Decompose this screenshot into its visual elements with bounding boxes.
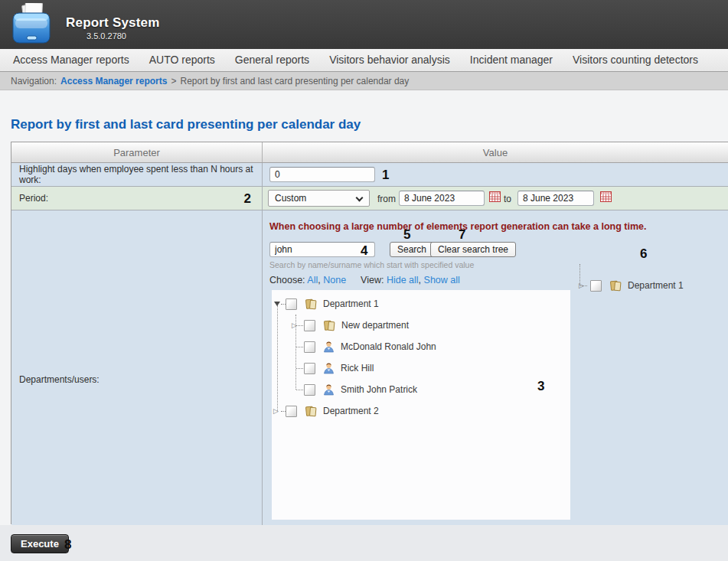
checkbox[interactable] xyxy=(304,320,315,331)
tree-node-mcdonald-ronald-john[interactable]: McDonald Ronald John xyxy=(272,336,570,357)
menu-item-auto-reports[interactable]: AUTO reports xyxy=(139,49,225,71)
checkbox[interactable] xyxy=(590,280,602,292)
search-button[interactable]: Search xyxy=(390,242,434,257)
annotation-1: 1 xyxy=(382,168,389,181)
table-header-row: Parameter Value xyxy=(11,142,728,163)
tree-node-rick-hill[interactable]: Rick Hill xyxy=(272,357,570,379)
tree-node-label: Department 1 xyxy=(323,298,379,309)
search-input[interactable] xyxy=(269,242,375,257)
annotation-4: 4 xyxy=(361,244,367,257)
expander-open-icon[interactable] xyxy=(273,302,286,306)
choose-all-link[interactable]: All xyxy=(307,275,318,285)
checkbox[interactable] xyxy=(304,363,315,374)
tree-node-label: McDonald Ronald John xyxy=(341,341,436,352)
breadcrumb: Navigation: Access Manager reports > Rep… xyxy=(0,72,728,90)
search-result-tree: ▷ Department 1 xyxy=(576,275,726,296)
tree-node-label: Smith John Patrick xyxy=(341,384,417,395)
tree-node-department-1[interactable]: Department 1 xyxy=(272,293,570,315)
menu-item-visitors-counting-detectors[interactable]: Visitors counting detectors xyxy=(563,49,708,71)
breadcrumb-current: Report by first and last card presenting… xyxy=(180,76,409,86)
user-icon xyxy=(322,362,335,374)
main-menu: Access Manager reports AUTO reports Gene… xyxy=(0,49,728,72)
execute-button[interactable]: Execute xyxy=(11,534,69,553)
annotation-5: 5 xyxy=(403,228,410,241)
annotation-3: 3 xyxy=(537,380,544,393)
report-box-icon xyxy=(8,3,55,46)
user-icon xyxy=(322,383,335,396)
choose-view-line: Choose: All, None View: Hide all, Show a… xyxy=(269,275,460,285)
annotation-6: 6 xyxy=(640,247,647,260)
menu-item-visitors-behavior-analysis[interactable]: Visitors behavior analysis xyxy=(319,49,460,71)
choose-none-link[interactable]: None xyxy=(323,275,346,285)
clear-search-tree-button[interactable]: Clear search tree xyxy=(430,242,516,257)
expander-closed-icon[interactable]: ▷ xyxy=(292,321,304,329)
footer-bar: Execute 8 xyxy=(0,525,728,561)
period-select-value: Custom xyxy=(275,193,306,204)
row-departments-users: Departments/users: When choosing a large… xyxy=(11,210,728,548)
breadcrumb-separator: > xyxy=(171,76,176,86)
date-from-input[interactable] xyxy=(399,191,485,206)
app-title: Report System xyxy=(66,15,160,31)
report-system-app: Report System 3.5.0.2780 Access Manager … xyxy=(0,0,728,561)
tree-connector xyxy=(579,264,580,285)
view-label: View: xyxy=(361,275,384,285)
view-show-all-link[interactable]: Show all xyxy=(424,275,460,285)
tree-node-label: New department xyxy=(341,320,409,331)
row-highlight-hours: Highlight days when employee spent less … xyxy=(11,163,728,187)
tree-node-label: Department 1 xyxy=(628,280,684,291)
calendar-icon[interactable] xyxy=(600,191,612,202)
departments-tree-panel: Department 1 ▷ xyxy=(272,290,570,520)
page-content: Report by first and last card presenting… xyxy=(0,91,728,561)
folder-icon xyxy=(304,298,318,310)
folder-icon xyxy=(304,405,318,417)
menu-item-incident-manager[interactable]: Incident manager xyxy=(460,49,563,71)
tree-node-department-1-result[interactable]: ▷ Department 1 xyxy=(576,275,726,296)
choose-label: Choose: xyxy=(269,275,305,285)
checkbox[interactable] xyxy=(304,341,315,353)
user-icon xyxy=(322,341,335,353)
tree-connector xyxy=(580,285,587,286)
search-helper-text: Search by name/surname which start with … xyxy=(269,260,474,269)
period-label: Period: xyxy=(19,193,48,204)
chevron-down-icon xyxy=(356,194,364,202)
annotation-8: 8 xyxy=(64,538,71,551)
row-period: Period: 2 Custom from xyxy=(11,187,728,210)
period-select[interactable]: Custom xyxy=(268,190,370,207)
folder-icon xyxy=(322,319,336,331)
checkbox[interactable] xyxy=(286,406,297,417)
expander-closed-icon[interactable]: ▷ xyxy=(273,407,286,415)
date-to-input[interactable] xyxy=(517,191,594,206)
tree-node-label: Rick Hill xyxy=(341,363,374,373)
column-header-parameter: Parameter xyxy=(11,142,263,162)
folder-icon xyxy=(609,279,622,292)
checkbox[interactable] xyxy=(304,384,315,396)
breadcrumb-link-access-manager-reports[interactable]: Access Manager reports xyxy=(60,76,167,86)
breadcrumb-prefix: Navigation: xyxy=(11,76,57,86)
checkbox[interactable] xyxy=(286,298,297,310)
hours-input[interactable] xyxy=(269,167,375,182)
annotation-7: 7 xyxy=(459,228,465,241)
column-header-value: Value xyxy=(263,142,728,162)
tree-node-department-2[interactable]: ▷ Department 2 xyxy=(272,400,570,422)
parameters-table: Parameter Value Highlight days when empl… xyxy=(11,142,728,524)
tree-node-label: Department 2 xyxy=(323,406,379,416)
app-header: Report System 3.5.0.2780 xyxy=(0,0,728,49)
page-title: Report by first and last card presenting… xyxy=(11,117,361,132)
tree-node-new-department[interactable]: ▷ New department xyxy=(272,315,570,336)
from-label: from xyxy=(377,194,396,204)
departments-users-label: Departments/users: xyxy=(11,210,263,548)
annotation-2: 2 xyxy=(244,192,251,205)
to-label: to xyxy=(504,194,511,204)
menu-item-access-manager-reports[interactable]: Access Manager reports xyxy=(3,49,139,71)
tree-node-smith-john-patrick[interactable]: Smith John Patrick xyxy=(272,379,570,400)
view-hide-all-link[interactable]: Hide all xyxy=(387,275,419,285)
calendar-icon[interactable] xyxy=(489,191,501,202)
highlight-hours-label: Highlight days when employee spent less … xyxy=(11,163,263,186)
menu-item-general-reports[interactable]: General reports xyxy=(225,49,319,71)
app-version: 3.5.0.2780 xyxy=(87,31,126,41)
